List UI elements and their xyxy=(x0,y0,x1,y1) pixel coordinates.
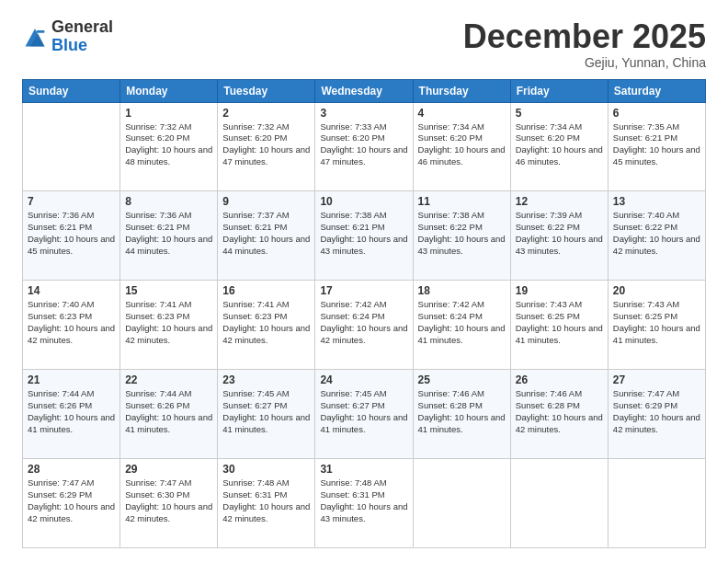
day-number: 27 xyxy=(613,373,700,386)
day-info: Sunrise: 7:39 AM Sunset: 6:22 PM Dayligh… xyxy=(516,210,603,257)
calendar-cell-w2-d3: 9Sunrise: 7:37 AM Sunset: 6:21 PM Daylig… xyxy=(218,191,315,281)
calendar-cell-w3-d2: 15Sunrise: 7:41 AM Sunset: 6:23 PM Dayli… xyxy=(120,281,218,370)
calendar-cell-w4-d6: 26Sunrise: 7:46 AM Sunset: 6:28 PM Dayli… xyxy=(510,370,608,459)
calendar-cell-w5-d2: 29Sunrise: 7:47 AM Sunset: 6:30 PM Dayli… xyxy=(120,459,218,548)
calendar-cell-w2-d6: 12Sunrise: 7:39 AM Sunset: 6:22 PM Dayli… xyxy=(510,191,608,281)
day-info: Sunrise: 7:37 AM Sunset: 6:21 PM Dayligh… xyxy=(222,210,310,257)
day-info: Sunrise: 7:48 AM Sunset: 6:31 PM Dayligh… xyxy=(222,477,310,524)
calendar-cell-w2-d7: 13Sunrise: 7:40 AM Sunset: 6:22 PM Dayli… xyxy=(608,191,705,281)
day-number: 30 xyxy=(222,463,310,476)
calendar-cell-w1-d1 xyxy=(23,102,120,191)
day-number: 5 xyxy=(516,107,603,120)
col-tuesday: Tuesday xyxy=(218,79,315,102)
day-number: 4 xyxy=(418,107,506,120)
day-info: Sunrise: 7:48 AM Sunset: 6:31 PM Dayligh… xyxy=(320,477,407,524)
day-number: 12 xyxy=(516,195,603,208)
calendar-cell-w1-d3: 2Sunrise: 7:32 AM Sunset: 6:20 PM Daylig… xyxy=(218,102,315,191)
day-info: Sunrise: 7:43 AM Sunset: 6:25 PM Dayligh… xyxy=(516,299,603,346)
day-info: Sunrise: 7:41 AM Sunset: 6:23 PM Dayligh… xyxy=(125,299,212,346)
logo: General Blue xyxy=(22,18,113,55)
calendar-cell-w1-d2: 1Sunrise: 7:32 AM Sunset: 6:20 PM Daylig… xyxy=(120,102,218,191)
page: General Blue December 2025 Gejiu, Yunnan… xyxy=(0,0,728,563)
week-row-1: 1Sunrise: 7:32 AM Sunset: 6:20 PM Daylig… xyxy=(23,102,706,191)
day-number: 16 xyxy=(222,284,310,297)
week-row-3: 14Sunrise: 7:40 AM Sunset: 6:23 PM Dayli… xyxy=(23,281,706,370)
day-number: 11 xyxy=(418,195,506,208)
logo-icon xyxy=(22,24,48,50)
title-block: December 2025 Gejiu, Yunnan, China xyxy=(463,18,706,70)
calendar-cell-w1-d4: 3Sunrise: 7:33 AM Sunset: 6:20 PM Daylig… xyxy=(315,102,413,191)
calendar-cell-w2-d1: 7Sunrise: 7:36 AM Sunset: 6:21 PM Daylig… xyxy=(23,191,120,281)
col-monday: Monday xyxy=(120,79,218,102)
day-info: Sunrise: 7:40 AM Sunset: 6:23 PM Dayligh… xyxy=(28,299,115,346)
day-info: Sunrise: 7:32 AM Sunset: 6:20 PM Dayligh… xyxy=(222,121,310,168)
day-number: 2 xyxy=(222,107,310,120)
calendar-cell-w1-d6: 5Sunrise: 7:34 AM Sunset: 6:20 PM Daylig… xyxy=(510,102,608,191)
day-number: 17 xyxy=(320,284,407,297)
month-title: December 2025 xyxy=(463,18,706,55)
week-row-4: 21Sunrise: 7:44 AM Sunset: 6:26 PM Dayli… xyxy=(23,370,706,459)
calendar-cell-w5-d7 xyxy=(608,459,705,548)
calendar-cell-w1-d5: 4Sunrise: 7:34 AM Sunset: 6:20 PM Daylig… xyxy=(413,102,510,191)
calendar-cell-w2-d5: 11Sunrise: 7:38 AM Sunset: 6:22 PM Dayli… xyxy=(413,191,510,281)
day-info: Sunrise: 7:35 AM Sunset: 6:21 PM Dayligh… xyxy=(613,121,700,168)
day-info: Sunrise: 7:32 AM Sunset: 6:20 PM Dayligh… xyxy=(125,121,212,168)
day-info: Sunrise: 7:36 AM Sunset: 6:21 PM Dayligh… xyxy=(125,210,212,257)
day-info: Sunrise: 7:38 AM Sunset: 6:22 PM Dayligh… xyxy=(418,210,506,257)
day-info: Sunrise: 7:44 AM Sunset: 6:26 PM Dayligh… xyxy=(125,388,212,435)
day-number: 8 xyxy=(125,195,212,208)
calendar-cell-w5-d5 xyxy=(413,459,510,548)
calendar-cell-w3-d6: 19Sunrise: 7:43 AM Sunset: 6:25 PM Dayli… xyxy=(510,281,608,370)
day-number: 18 xyxy=(418,284,506,297)
day-info: Sunrise: 7:47 AM Sunset: 6:29 PM Dayligh… xyxy=(28,477,115,524)
calendar-cell-w4-d1: 21Sunrise: 7:44 AM Sunset: 6:26 PM Dayli… xyxy=(23,370,120,459)
day-number: 13 xyxy=(613,195,700,208)
day-info: Sunrise: 7:36 AM Sunset: 6:21 PM Dayligh… xyxy=(28,210,115,257)
day-number: 31 xyxy=(320,463,407,476)
day-number: 10 xyxy=(320,195,407,208)
day-info: Sunrise: 7:46 AM Sunset: 6:28 PM Dayligh… xyxy=(418,388,506,435)
day-info: Sunrise: 7:45 AM Sunset: 6:27 PM Dayligh… xyxy=(320,388,407,435)
calendar-header-row: Sunday Monday Tuesday Wednesday Thursday… xyxy=(23,79,706,102)
calendar-cell-w3-d5: 18Sunrise: 7:42 AM Sunset: 6:24 PM Dayli… xyxy=(413,281,510,370)
day-number: 14 xyxy=(28,284,115,297)
col-friday: Friday xyxy=(510,79,608,102)
day-number: 1 xyxy=(125,107,212,120)
calendar-cell-w5-d4: 31Sunrise: 7:48 AM Sunset: 6:31 PM Dayli… xyxy=(315,459,413,548)
calendar-cell-w2-d2: 8Sunrise: 7:36 AM Sunset: 6:21 PM Daylig… xyxy=(120,191,218,281)
day-info: Sunrise: 7:34 AM Sunset: 6:20 PM Dayligh… xyxy=(516,121,603,168)
day-info: Sunrise: 7:42 AM Sunset: 6:24 PM Dayligh… xyxy=(320,299,407,346)
day-info: Sunrise: 7:38 AM Sunset: 6:21 PM Dayligh… xyxy=(320,210,407,257)
day-info: Sunrise: 7:34 AM Sunset: 6:20 PM Dayligh… xyxy=(418,121,506,168)
calendar-cell-w4-d5: 25Sunrise: 7:46 AM Sunset: 6:28 PM Dayli… xyxy=(413,370,510,459)
col-wednesday: Wednesday xyxy=(315,79,413,102)
day-number: 6 xyxy=(613,107,700,120)
day-number: 3 xyxy=(320,107,407,120)
day-info: Sunrise: 7:41 AM Sunset: 6:23 PM Dayligh… xyxy=(222,299,310,346)
svg-rect-2 xyxy=(37,30,45,33)
day-info: Sunrise: 7:45 AM Sunset: 6:27 PM Dayligh… xyxy=(222,388,310,435)
week-row-2: 7Sunrise: 7:36 AM Sunset: 6:21 PM Daylig… xyxy=(23,191,706,281)
calendar-cell-w5-d1: 28Sunrise: 7:47 AM Sunset: 6:29 PM Dayli… xyxy=(23,459,120,548)
day-number: 21 xyxy=(28,373,115,386)
day-info: Sunrise: 7:33 AM Sunset: 6:20 PM Dayligh… xyxy=(320,121,407,168)
col-saturday: Saturday xyxy=(608,79,705,102)
calendar-cell-w3-d1: 14Sunrise: 7:40 AM Sunset: 6:23 PM Dayli… xyxy=(23,281,120,370)
logo-text: General Blue xyxy=(51,18,113,55)
calendar-table: Sunday Monday Tuesday Wednesday Thursday… xyxy=(22,79,706,548)
day-number: 23 xyxy=(222,373,310,386)
calendar-cell-w5-d6 xyxy=(510,459,608,548)
calendar-cell-w3-d4: 17Sunrise: 7:42 AM Sunset: 6:24 PM Dayli… xyxy=(315,281,413,370)
day-info: Sunrise: 7:47 AM Sunset: 6:29 PM Dayligh… xyxy=(613,388,700,435)
calendar-cell-w1-d7: 6Sunrise: 7:35 AM Sunset: 6:21 PM Daylig… xyxy=(608,102,705,191)
day-number: 15 xyxy=(125,284,212,297)
day-number: 24 xyxy=(320,373,407,386)
day-info: Sunrise: 7:42 AM Sunset: 6:24 PM Dayligh… xyxy=(418,299,506,346)
logo-blue: Blue xyxy=(51,37,113,55)
calendar-cell-w3-d7: 20Sunrise: 7:43 AM Sunset: 6:25 PM Dayli… xyxy=(608,281,705,370)
day-number: 28 xyxy=(28,463,115,476)
calendar-cell-w5-d3: 30Sunrise: 7:48 AM Sunset: 6:31 PM Dayli… xyxy=(218,459,315,548)
col-thursday: Thursday xyxy=(413,79,510,102)
day-info: Sunrise: 7:43 AM Sunset: 6:25 PM Dayligh… xyxy=(613,299,700,346)
calendar-cell-w2-d4: 10Sunrise: 7:38 AM Sunset: 6:21 PM Dayli… xyxy=(315,191,413,281)
